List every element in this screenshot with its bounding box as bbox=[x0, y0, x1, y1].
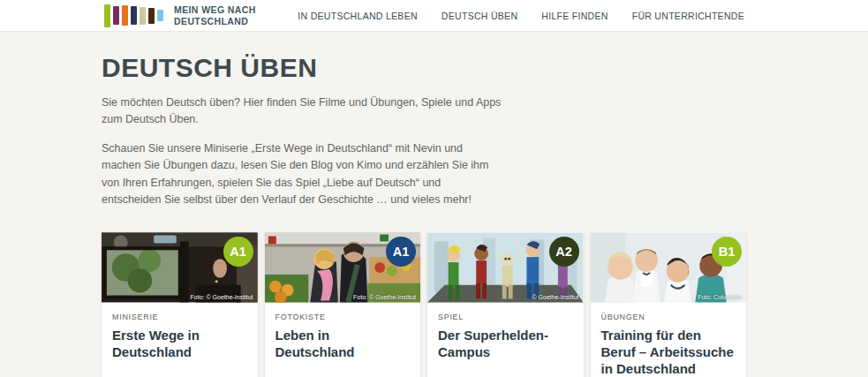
logo-bar bbox=[157, 10, 163, 21]
description-paragraph: Schauen Sie unsere Miniserie „Erste Wege… bbox=[102, 140, 503, 209]
site-logo[interactable]: MEIN WEG NACH DEUTSCHLAND bbox=[104, 3, 256, 29]
card-category: MINISERIE bbox=[112, 313, 247, 321]
level-badge: B1 bbox=[712, 237, 742, 267]
intro-paragraph: Sie möchten Deutsch üben? Hier finden Si… bbox=[102, 94, 503, 129]
wordmark-line2: DEUTSCHLAND bbox=[174, 16, 256, 27]
card-title: Erste Wege in Deutschland bbox=[112, 328, 247, 361]
person-doctor-male bbox=[632, 250, 660, 303]
logo-bar bbox=[140, 7, 146, 25]
card-category: ÜBUNGEN bbox=[601, 313, 736, 321]
logo-bar bbox=[131, 6, 137, 25]
photo-credit: Foto: © Goethe-Institut bbox=[353, 294, 416, 300]
logo-bar bbox=[104, 4, 110, 27]
main-nav: IN DEUTSCHLAND LEBEN DEUTSCH ÜBEN HILFE … bbox=[298, 11, 744, 21]
header: MEIN WEG NACH DEUTSCHLAND IN DEUTSCHLAND… bbox=[0, 0, 868, 32]
main-content: DEUTSCH ÜBEN Sie möchten Deutsch üben? H… bbox=[0, 53, 868, 377]
logo-bar bbox=[122, 5, 128, 26]
card-image-spiel: A2 © Goethe-Institut bbox=[427, 232, 584, 303]
card-category: SPIEL bbox=[438, 313, 573, 321]
nav-item-deutsch-ueben[interactable]: DEUTSCH ÜBEN bbox=[442, 11, 517, 21]
card-erste-wege-in-deutschland[interactable]: A1 Foto: © Goethe-Institut MINISERIE Ers… bbox=[102, 232, 258, 377]
photo-credit: Foto: © Goethe-Institut bbox=[191, 294, 253, 300]
card-image-fotokiste: A1 Foto: © Goethe-Institut bbox=[265, 232, 421, 303]
site-wordmark: MEIN WEG NACH DEUTSCHLAND bbox=[174, 4, 256, 26]
nav-item-fuer-unterrichtende[interactable]: FÜR UNTERRICHTENDE bbox=[632, 11, 744, 21]
nav-item-hilfe-finden[interactable]: HILFE FINDEN bbox=[541, 11, 608, 21]
level-badge: A1 bbox=[386, 237, 416, 267]
page-title: DEUTSCH ÜBEN bbox=[102, 53, 746, 83]
wordmark-line1: MEIN WEG NACH bbox=[174, 4, 256, 16]
nav-item-in-deutschland-leben[interactable]: IN DEUTSCHLAND LEBEN bbox=[298, 11, 418, 21]
card-image-uebungen: B1 Foto: Colourbox bbox=[591, 232, 747, 303]
exercise-cards: A1 Foto: © Goethe-Institut MINISERIE Ers… bbox=[102, 232, 746, 377]
logo-bars-icon bbox=[104, 3, 163, 29]
card-body: ÜBUNGEN Training für den Beruf – Arbeits… bbox=[591, 303, 747, 377]
card-body: MINISERIE Erste Wege in Deutschland bbox=[102, 303, 258, 377]
card-body: SPIEL Der Superhelden-Campus bbox=[427, 303, 584, 377]
card-superhelden-campus[interactable]: A2 © Goethe-Institut SPIEL Der Superheld… bbox=[427, 232, 584, 377]
card-body: FOTOKISTE Leben in Deutschland bbox=[265, 303, 421, 377]
card-category: FOTOKISTE bbox=[275, 313, 411, 321]
card-title: Leben in Deutschland bbox=[275, 328, 411, 361]
card-title: Der Superhelden-Campus bbox=[438, 328, 573, 361]
level-badge: A1 bbox=[223, 237, 253, 267]
logo-bar bbox=[148, 8, 155, 24]
card-title: Training für den Beruf – Arbeitssuche in… bbox=[601, 328, 736, 377]
card-leben-in-deutschland[interactable]: A1 Foto: © Goethe-Institut FOTOKISTE Leb… bbox=[265, 232, 421, 377]
photo-credit: Foto: Colourbox bbox=[698, 294, 742, 300]
card-image-miniserie: A1 Foto: © Goethe-Institut bbox=[102, 232, 258, 303]
level-badge: A2 bbox=[549, 237, 579, 267]
photo-credit: © Goethe-Institut bbox=[532, 294, 578, 300]
logo-bar bbox=[113, 6, 119, 25]
card-training-beruf[interactable]: B1 Foto: Colourbox ÜBUNGEN Training für … bbox=[591, 232, 747, 377]
